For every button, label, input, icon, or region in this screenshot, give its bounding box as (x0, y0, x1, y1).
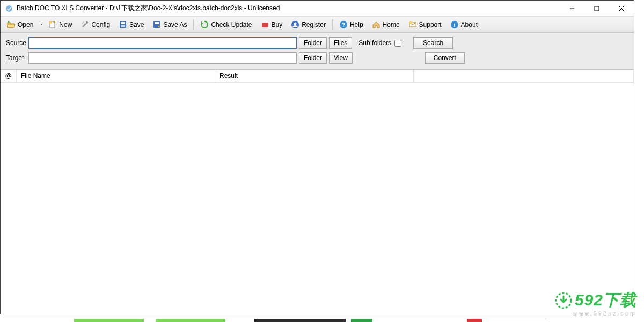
home-button[interactable]: Home (368, 18, 404, 31)
svg-text:?: ? (342, 22, 345, 28)
open-button[interactable]: Open (3, 18, 37, 31)
svg-rect-13 (155, 22, 159, 24)
save-icon (119, 20, 127, 29)
svg-point-16 (294, 22, 297, 25)
task-fragment (156, 319, 225, 322)
svg-point-5 (8, 21, 10, 23)
toolbar-separator (193, 19, 194, 30)
window-title: Batch DOC TO XLS Converter - D:\1下载之家\Do… (17, 4, 560, 13)
check-update-label: Check Update (211, 21, 252, 28)
check-update-button[interactable]: Check Update (196, 18, 255, 31)
convert-button[interactable]: Convert (425, 52, 465, 64)
task-fragment (467, 319, 482, 322)
about-icon: i (450, 20, 459, 29)
config-button[interactable]: Config (77, 18, 114, 31)
target-view-button[interactable]: View (329, 52, 353, 64)
save-as-button[interactable]: Save As (149, 18, 191, 31)
path-form: Source Folder Files Sub folders Search T… (1, 33, 634, 70)
support-button[interactable]: Support (405, 18, 445, 31)
buy-button[interactable]: Buy (257, 18, 287, 31)
minimize-button[interactable] (560, 1, 584, 17)
register-label: Register (302, 21, 326, 28)
source-label: Source (6, 39, 28, 47)
svg-text:i: i (453, 22, 455, 28)
source-input[interactable] (28, 37, 297, 49)
svg-point-0 (6, 5, 12, 12)
col-filename[interactable]: File Name (17, 70, 215, 82)
update-icon (200, 20, 209, 29)
help-label: Help (350, 21, 363, 28)
buy-icon (261, 20, 269, 29)
home-icon (372, 20, 380, 29)
target-label: Target (6, 54, 28, 62)
save-button[interactable]: Save (115, 18, 148, 31)
open-label: Open (18, 21, 33, 28)
new-file-icon (48, 20, 57, 29)
task-fragment (482, 319, 546, 322)
file-table-body (1, 83, 634, 294)
folder-open-icon (7, 20, 16, 29)
subfolders-label: Sub folders (358, 39, 391, 47)
svg-point-7 (49, 21, 52, 24)
source-folder-button[interactable]: Folder (299, 37, 327, 49)
save-label: Save (129, 21, 144, 28)
new-button[interactable]: New (45, 18, 76, 31)
save-as-icon (152, 20, 161, 29)
maximize-button[interactable] (584, 1, 609, 17)
new-label: New (59, 21, 72, 28)
register-button[interactable]: Register (287, 18, 330, 31)
open-dropdown[interactable] (38, 23, 44, 27)
subfolders-checkbox[interactable] (394, 40, 401, 47)
about-label: About (461, 21, 478, 28)
close-button[interactable] (609, 1, 634, 17)
toolbar-separator (332, 19, 333, 30)
target-folder-button[interactable]: Folder (299, 52, 327, 64)
task-fragment (144, 319, 156, 322)
svg-point-8 (86, 21, 88, 24)
svg-point-20 (409, 21, 412, 24)
target-input[interactable] (28, 52, 297, 64)
task-fragment (254, 319, 346, 322)
col-at[interactable]: @ (1, 70, 17, 82)
col-result[interactable]: Result (215, 70, 414, 82)
search-button[interactable]: Search (413, 37, 453, 49)
help-icon: ? (339, 20, 348, 29)
svg-rect-2 (595, 6, 599, 11)
app-icon (5, 4, 13, 13)
register-icon (291, 20, 299, 29)
task-fragment (351, 319, 372, 322)
file-table-header: @ File Name Result (1, 70, 634, 83)
svg-rect-10 (121, 22, 125, 24)
main-toolbar: Open New Config Save Save As Check Updat… (1, 17, 634, 33)
config-label: Config (91, 21, 110, 28)
svg-rect-11 (121, 25, 125, 27)
support-label: Support (419, 21, 442, 28)
about-button[interactable]: i About (447, 18, 481, 31)
support-icon (408, 20, 417, 29)
config-icon (80, 20, 89, 29)
help-button[interactable]: ? Help (335, 18, 367, 31)
save-as-label: Save As (163, 21, 187, 28)
task-fragment (74, 319, 144, 322)
buy-label: Buy (272, 21, 283, 28)
source-files-button[interactable]: Files (329, 37, 352, 49)
home-label: Home (383, 21, 400, 28)
svg-rect-14 (262, 23, 268, 27)
title-bar: Batch DOC TO XLS Converter - D:\1下载之家\Do… (1, 1, 634, 17)
col-spacer (414, 70, 634, 82)
